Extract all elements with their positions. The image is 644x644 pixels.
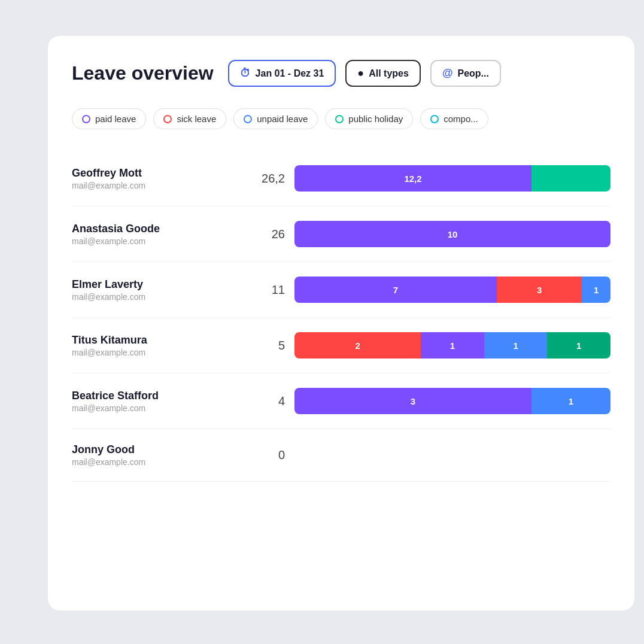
person-info: Beatrice Staffordmail@example.com xyxy=(72,390,239,413)
table-row: Elmer Lavertymail@example.com11731 xyxy=(72,262,610,318)
type-filter-button[interactable]: ● All types xyxy=(345,60,421,87)
person-info: Jonny Goodmail@example.com xyxy=(72,443,239,467)
table-row: Geoffrey Mottmail@example.com26,212,2 xyxy=(72,151,610,206)
bar-segment: 12,2 xyxy=(294,165,531,192)
person-info: Titus Kitamuramail@example.com xyxy=(72,334,239,357)
leave-type-filters: paid leavesick leaveunpaid leavepublic h… xyxy=(72,108,610,129)
person-info: Elmer Lavertymail@example.com xyxy=(72,278,239,302)
bar-segment: 1 xyxy=(484,332,548,359)
comp-label: compo... xyxy=(443,114,478,124)
bar-segment: 1 xyxy=(582,277,610,303)
leave-pill-comp[interactable]: compo... xyxy=(420,108,488,129)
comp-dot xyxy=(430,115,439,123)
person-email: mail@example.com xyxy=(72,181,239,190)
leave-bar: 2111 xyxy=(294,332,610,359)
person-total: 5 xyxy=(249,339,285,353)
bar-segment: 2 xyxy=(294,332,421,359)
unpaid-label: unpaid leave xyxy=(257,114,308,124)
person-total: 0 xyxy=(249,448,285,462)
people-list: Geoffrey Mottmail@example.com26,212,2Ana… xyxy=(72,151,610,482)
header: Leave overview ⏱ Jan 01 - Dez 31 ● All t… xyxy=(72,60,610,87)
type-filter-label: All types xyxy=(369,68,409,79)
person-total: 26 xyxy=(249,227,285,241)
unpaid-dot xyxy=(244,115,252,123)
leave-bar: 731 xyxy=(294,277,610,303)
date-filter-label: Jan 01 - Dez 31 xyxy=(256,68,324,79)
person-total: 26,2 xyxy=(249,172,285,186)
person-total: 4 xyxy=(249,394,285,408)
person-info: Anastasia Goodemail@example.com xyxy=(72,223,239,246)
bar-segment: 1 xyxy=(547,332,610,359)
sick-dot xyxy=(163,115,172,123)
sick-label: sick leave xyxy=(177,114,216,124)
person-name: Titus Kitamura xyxy=(72,334,239,347)
table-row: Jonny Goodmail@example.com0 xyxy=(72,429,610,482)
bar-segment: 1 xyxy=(421,332,484,359)
bar-segment xyxy=(531,165,610,192)
date-filter-button[interactable]: ⏱ Jan 01 - Dez 31 xyxy=(228,60,336,87)
public-dot xyxy=(335,115,344,123)
person-name: Geoffrey Mott xyxy=(72,167,239,180)
leave-bar: 12,2 xyxy=(294,165,610,192)
leave-pill-unpaid[interactable]: unpaid leave xyxy=(233,108,318,129)
person-name: Elmer Laverty xyxy=(72,278,239,291)
leave-bar: 10 xyxy=(294,221,610,247)
leave-bar: 31 xyxy=(294,388,610,414)
bar-segment: 3 xyxy=(497,277,582,303)
person-info: Geoffrey Mottmail@example.com xyxy=(72,167,239,190)
person-name: Jonny Good xyxy=(72,443,239,456)
table-row: Beatrice Staffordmail@example.com431 xyxy=(72,373,610,429)
public-label: public holiday xyxy=(348,114,403,124)
person-email: mail@example.com xyxy=(72,236,239,246)
at-icon: @ xyxy=(442,67,453,80)
leave-pill-paid[interactable]: paid leave xyxy=(72,108,146,129)
person-name: Anastasia Goode xyxy=(72,223,239,235)
table-row: Anastasia Goodemail@example.com2610 xyxy=(72,206,610,262)
bar-segment: 1 xyxy=(531,388,610,414)
circle-icon: ● xyxy=(357,67,364,80)
person-email: mail@example.com xyxy=(72,457,239,467)
main-card: Leave overview ⏱ Jan 01 - Dez 31 ● All t… xyxy=(48,36,634,610)
person-name: Beatrice Stafford xyxy=(72,390,239,402)
table-row: Titus Kitamuramail@example.com52111 xyxy=(72,318,610,373)
person-email: mail@example.com xyxy=(72,403,239,413)
people-filter-button[interactable]: @ Peop... xyxy=(430,60,501,87)
bar-segment: 10 xyxy=(294,221,610,247)
paid-label: paid leave xyxy=(95,114,136,124)
person-total: 11 xyxy=(249,283,285,297)
leave-pill-public[interactable]: public holiday xyxy=(325,108,413,129)
person-email: mail@example.com xyxy=(72,348,239,357)
page-title: Leave overview xyxy=(72,62,214,84)
person-email: mail@example.com xyxy=(72,292,239,302)
bar-segment: 7 xyxy=(294,277,497,303)
leave-pill-sick[interactable]: sick leave xyxy=(153,108,226,129)
paid-dot xyxy=(82,115,90,123)
people-filter-label: Peop... xyxy=(457,68,488,79)
clock-icon: ⏱ xyxy=(240,67,251,80)
bar-segment: 3 xyxy=(294,388,531,414)
